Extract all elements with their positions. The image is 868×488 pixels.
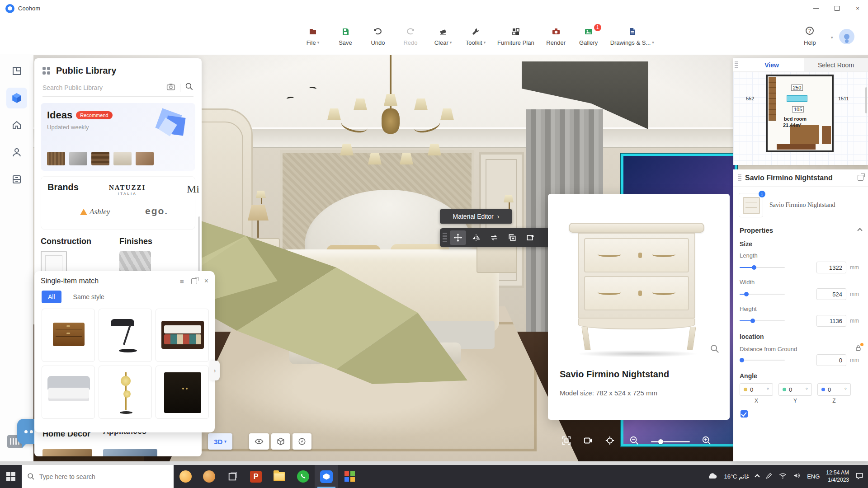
- match-result-wardrobe[interactable]: [156, 366, 209, 419]
- match-result-floor-lamp[interactable]: [99, 366, 152, 419]
- height-slider[interactable]: [740, 320, 785, 321]
- selected-product-thumbnail[interactable]: i: [739, 193, 763, 217]
- tab-view[interactable]: View: [740, 58, 804, 71]
- plan-selected-object[interactable]: [787, 95, 807, 102]
- library-grid-icon[interactable]: [42, 67, 51, 75]
- width-input[interactable]: 524: [816, 288, 846, 300]
- toolbar-furniture-plan[interactable]: Furniture Plan: [497, 27, 534, 46]
- notification-center-icon[interactable]: [855, 472, 863, 481]
- zoom-out-icon[interactable]: [629, 436, 639, 447]
- scene-chandelier[interactable]: [314, 55, 467, 204]
- task-view-button[interactable]: [221, 465, 244, 488]
- distance-slider-knob[interactable]: [740, 358, 744, 362]
- library-search-input[interactable]: [42, 84, 162, 91]
- move-tool-button[interactable]: [450, 230, 466, 245]
- info-icon[interactable]: i: [759, 191, 765, 197]
- angle-z-input[interactable]: 0 °: [817, 383, 851, 396]
- replace-tool-button[interactable]: [522, 230, 538, 245]
- toolbar-clear[interactable]: Clear▾: [432, 27, 454, 46]
- pen-icon[interactable]: [765, 472, 773, 481]
- angle-y-input[interactable]: 0 °: [778, 383, 812, 396]
- taskbar-search-input[interactable]: [39, 473, 168, 480]
- toolbar-undo[interactable]: Undo: [367, 27, 389, 46]
- brand-natuzzi[interactable]: NATUZZI ITALIA: [109, 184, 146, 196]
- drag-handle-icon[interactable]: [733, 58, 740, 71]
- expand-icon[interactable]: [191, 278, 197, 284]
- scale-checkbox[interactable]: [741, 410, 748, 418]
- toolbar-drawings[interactable]: Drawings & S...▾: [610, 27, 654, 46]
- visibility-button[interactable]: [249, 433, 269, 450]
- brand-ego[interactable]: ego.: [145, 206, 168, 216]
- expand-icon[interactable]: [858, 175, 863, 181]
- coohom-taskbar-icon[interactable]: [315, 465, 338, 488]
- toolbar-help[interactable]: ? Help: [804, 17, 816, 55]
- mirror-tool-button[interactable]: [468, 230, 484, 245]
- brands-card[interactable]: Brands NATUZZI ITALIA Mi Ashley ego.: [41, 176, 195, 230]
- search-icon[interactable]: [185, 82, 193, 93]
- weather-widget-icon-2[interactable]: [197, 465, 221, 488]
- zoom-in-icon[interactable]: [702, 436, 712, 447]
- length-slider[interactable]: [740, 267, 785, 268]
- minimize-button[interactable]: [806, 0, 826, 17]
- toolbar-toolkit[interactable]: Toolkit▾: [465, 27, 486, 46]
- toolbar-gallery[interactable]: 1 Gallery: [578, 27, 599, 46]
- lock-icon[interactable]: [855, 345, 862, 353]
- length-slider-knob[interactable]: [752, 265, 756, 270]
- volume-icon[interactable]: [793, 472, 801, 481]
- cloud-weather-icon[interactable]: [707, 472, 717, 482]
- close-icon[interactable]: ×: [204, 277, 208, 285]
- taskbar-weather-text[interactable]: 16°C غائم: [724, 473, 749, 480]
- chevron-up-icon[interactable]: [857, 228, 862, 233]
- toolbar-save[interactable]: Save: [335, 27, 356, 46]
- zoom-slider-knob[interactable]: [658, 439, 663, 444]
- compass-button[interactable]: [292, 433, 311, 450]
- user-avatar[interactable]: [839, 29, 854, 44]
- material-editor-button[interactable]: Material Editor ›: [440, 209, 512, 224]
- toolbar-file[interactable]: File▾: [302, 27, 324, 46]
- close-button[interactable]: ×: [847, 0, 868, 17]
- focus-target-icon[interactable]: [605, 436, 615, 447]
- ideas-thumbnail[interactable]: [69, 152, 87, 165]
- minimap-scrollbar[interactable]: [865, 87, 867, 113]
- maximize-button[interactable]: [826, 0, 847, 17]
- rail-floorplan-button[interactable]: [6, 61, 27, 81]
- scene-wall-sconce[interactable]: [504, 195, 514, 211]
- rail-3d-design-button[interactable]: [6, 88, 27, 108]
- file-explorer-icon[interactable]: [268, 465, 291, 488]
- taskbar-clock[interactable]: 12:54 AM 1/4/2023: [826, 469, 849, 483]
- match-result-bed-gray[interactable]: [42, 366, 95, 419]
- language-indicator[interactable]: ENG: [807, 473, 820, 480]
- match-result-bed-dark[interactable]: [156, 309, 209, 362]
- distance-slider[interactable]: [740, 360, 785, 361]
- taskbar-search[interactable]: [22, 465, 174, 488]
- match-result-nightstand[interactable]: [42, 309, 95, 362]
- angle-x-input[interactable]: 0 °: [740, 383, 773, 396]
- width-slider[interactable]: [740, 294, 785, 295]
- tab-same-style[interactable]: Same style: [73, 293, 104, 300]
- distance-input[interactable]: 0: [816, 354, 846, 366]
- camera-search-icon[interactable]: [166, 83, 175, 93]
- height-input[interactable]: 1136: [816, 315, 846, 327]
- home-decor-thumbnail[interactable]: [42, 449, 92, 456]
- network-icon[interactable]: [779, 472, 787, 481]
- length-input[interactable]: 1322: [816, 262, 846, 273]
- powerpoint-icon[interactable]: P: [244, 465, 268, 488]
- start-button[interactable]: [0, 465, 22, 488]
- tab-all[interactable]: All: [42, 291, 61, 303]
- floor-plan[interactable]: 250 552 1511 105 bed room 21.44m²: [733, 72, 868, 165]
- toolbar-render[interactable]: Render: [545, 27, 567, 46]
- weather-widget-icon[interactable]: [174, 465, 197, 488]
- ideas-thumbnail[interactable]: [136, 152, 154, 165]
- width-slider-knob[interactable]: [744, 292, 749, 296]
- fit-view-icon[interactable]: [561, 436, 571, 447]
- brand-ashley[interactable]: Ashley: [80, 207, 110, 216]
- duplicate-tool-button[interactable]: [504, 230, 520, 245]
- box-view-button[interactable]: [271, 433, 290, 450]
- office-hub-icon[interactable]: [338, 465, 362, 488]
- tab-select-room[interactable]: Select Room: [804, 58, 868, 71]
- rail-home-button[interactable]: [6, 115, 27, 136]
- ideas-thumbnail[interactable]: [91, 152, 109, 165]
- drag-handle-icon[interactable]: [443, 233, 447, 243]
- match-result-desk-lamp[interactable]: [99, 309, 152, 362]
- rail-account-button[interactable]: [6, 142, 27, 163]
